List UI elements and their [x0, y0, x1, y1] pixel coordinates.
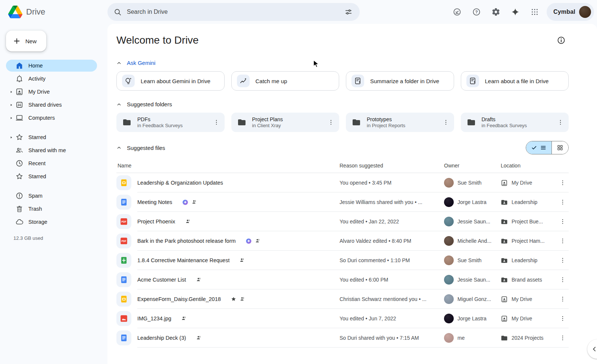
row-menu-button[interactable]	[557, 235, 569, 247]
file-row[interactable]: Meeting NotesJessie Williams shared with…	[116, 192, 569, 212]
ask-gemini-header[interactable]: Ask Gemini	[116, 60, 569, 66]
shared-icon	[181, 316, 187, 321]
file-row[interactable]: Acme Customer ListYou edited • 6:00 PMJe…	[116, 270, 569, 289]
sidebar-item-shared-with-me[interactable]: Shared with me	[6, 144, 97, 156]
sidebar-item-label: My Drive	[28, 89, 50, 95]
folder-card-pdfs[interactable]: PDFsin Feedback Surveys	[116, 113, 225, 132]
file-row[interactable]: Leadership Deck (3)So Duri shared with y…	[116, 328, 569, 348]
column-header-name[interactable]: Name	[118, 163, 340, 169]
owner-avatar[interactable]	[444, 275, 454, 285]
gemini-card-learn-about-gemini-in-drive[interactable]: Learn about Gemini in Drive	[116, 71, 225, 91]
column-header-owner[interactable]: Owner	[444, 163, 501, 169]
expand-arrow-icon[interactable]	[10, 116, 15, 120]
gemini-card-learn-about-a-file-in-drive[interactable]: Learn about a file in Drive	[461, 71, 569, 91]
sidebar-item-computers[interactable]: Computers	[6, 112, 97, 124]
sidebar-item-trash[interactable]: Trash	[6, 203, 97, 215]
sidebar-item-spam[interactable]: Spam	[6, 190, 97, 202]
owner-avatar[interactable]	[444, 178, 454, 188]
folder-icon	[122, 118, 131, 127]
row-menu-button[interactable]	[557, 293, 569, 305]
star-icon	[15, 172, 24, 181]
file-row[interactable]: 1.8.4 Corrective Maintenance RequestSo D…	[116, 251, 569, 270]
list-view-button[interactable]	[526, 141, 552, 154]
folder-menu-button[interactable]	[210, 116, 222, 128]
sidebar-nav: HomeActivityMy DriveShared drivesCompute…	[0, 60, 107, 228]
owner-cell: Jorge Lastra	[444, 197, 501, 207]
row-menu-button[interactable]	[557, 254, 569, 266]
info-button[interactable]	[554, 33, 569, 48]
folder-menu-button[interactable]	[554, 116, 566, 128]
location-cell: My Drive	[501, 315, 557, 322]
settings-button[interactable]	[488, 4, 503, 19]
folder-card-prototypes[interactable]: Prototypesin Project Reports	[346, 113, 454, 132]
plus-icon	[13, 37, 21, 45]
new-button[interactable]: New	[6, 31, 46, 51]
expand-arrow-icon[interactable]	[10, 90, 15, 94]
reason-suggested-cell: You edited • Jun 7, 2022	[340, 316, 444, 321]
folder-menu-button[interactable]	[440, 116, 452, 128]
search-bar[interactable]	[107, 3, 360, 21]
column-header-reason[interactable]: Reason suggested	[340, 163, 444, 169]
owner-avatar[interactable]	[444, 333, 454, 343]
owner-avatar[interactable]	[444, 294, 454, 304]
gemini-card-label: Catch me up	[256, 78, 287, 84]
sidebar-item-recent[interactable]: Recent	[6, 157, 97, 169]
sidebar-item-activity[interactable]: Activity	[6, 73, 97, 85]
gemini-card-summarize-a-folder-in-drive[interactable]: Summarize a folder in Drive	[346, 71, 454, 91]
search-input[interactable]	[126, 8, 338, 16]
row-menu-button[interactable]	[557, 216, 569, 228]
google-apps-button[interactable]	[527, 4, 542, 19]
owner-avatar[interactable]	[444, 217, 454, 226]
search-icon[interactable]	[113, 8, 122, 16]
row-menu-button[interactable]	[557, 196, 569, 208]
owner-avatar[interactable]	[444, 314, 454, 323]
file-row[interactable]: PDFProject PhoenixYou edited • Jan 22, 2…	[116, 212, 569, 231]
folder-card-project-plans[interactable]: Project Plansin Client Xray	[231, 113, 340, 132]
sidebar-item-label: Home	[28, 63, 43, 69]
file-row[interactable]: PDFBark in the Park photoshoot release f…	[116, 231, 569, 251]
sidebar-item-my-drive[interactable]: My Drive	[6, 86, 97, 98]
sidebar-item-home[interactable]: Home	[6, 60, 97, 72]
folder-menu-button[interactable]	[325, 116, 337, 128]
grid-view-button[interactable]	[552, 141, 568, 154]
sidebar-item-starred[interactable]: Starred	[6, 170, 97, 182]
svg-text:PDF: PDF	[122, 220, 126, 223]
file-row[interactable]: ExpenseForm_Daisy.Gentile_2018Christian …	[116, 289, 569, 309]
search-filters-button[interactable]	[343, 6, 354, 18]
sidebar-item-label: Recent	[28, 160, 46, 166]
owner-avatar[interactable]	[444, 197, 454, 207]
chevron-up-icon[interactable]	[116, 102, 122, 107]
suggested-folders-header[interactable]: Suggested folders	[116, 101, 569, 107]
chevron-up-icon[interactable]	[116, 60, 122, 66]
sidebar-item-label: Trash	[28, 206, 42, 212]
sidebar-item-shared-drives[interactable]: Shared drives	[6, 99, 97, 111]
row-menu-button[interactable]	[557, 177, 569, 189]
top-bar: Drive ? Cymbal	[0, 0, 597, 24]
owner-avatar[interactable]	[444, 255, 454, 265]
folder-card-drafts[interactable]: Draftsin Feedback Surveys	[461, 113, 569, 132]
file-row[interactable]: IMG_1234.jpgYou edited • Jun 7, 2022Jorg…	[116, 309, 569, 328]
sidebar-item-starred[interactable]: Starred	[6, 131, 97, 143]
expand-arrow-icon[interactable]	[10, 136, 15, 139]
gemini-card-catch-me-up[interactable]: Catch me up	[231, 71, 340, 91]
my-drive-location-icon	[501, 179, 508, 186]
account-chip[interactable]: Cymbal	[547, 3, 594, 21]
owner-name: Miguel Gonz...	[457, 296, 491, 302]
row-menu-button[interactable]	[557, 313, 569, 324]
file-name: IMG_1234.jpg	[137, 316, 171, 321]
sidebar-item-storage[interactable]: Storage	[6, 216, 97, 228]
file-row[interactable]: Leadership & Organization UpdatesYou ope…	[116, 173, 569, 192]
suggested-files-header[interactable]: Suggested files	[116, 145, 165, 151]
row-menu-button[interactable]	[557, 332, 569, 344]
column-header-location[interactable]: Location	[501, 163, 557, 169]
table-body: Leadership & Organization UpdatesYou ope…	[116, 173, 569, 348]
account-avatar[interactable]	[579, 6, 591, 18]
gemini-button[interactable]	[508, 4, 523, 19]
expand-arrow-icon[interactable]	[10, 103, 15, 107]
chevron-up-icon[interactable]	[116, 145, 122, 150]
offline-status-button[interactable]	[450, 4, 465, 19]
folder-location: in Client Xray	[252, 123, 319, 129]
help-button[interactable]: ?	[469, 4, 484, 19]
owner-avatar[interactable]	[444, 236, 454, 246]
row-menu-button[interactable]	[557, 274, 569, 286]
